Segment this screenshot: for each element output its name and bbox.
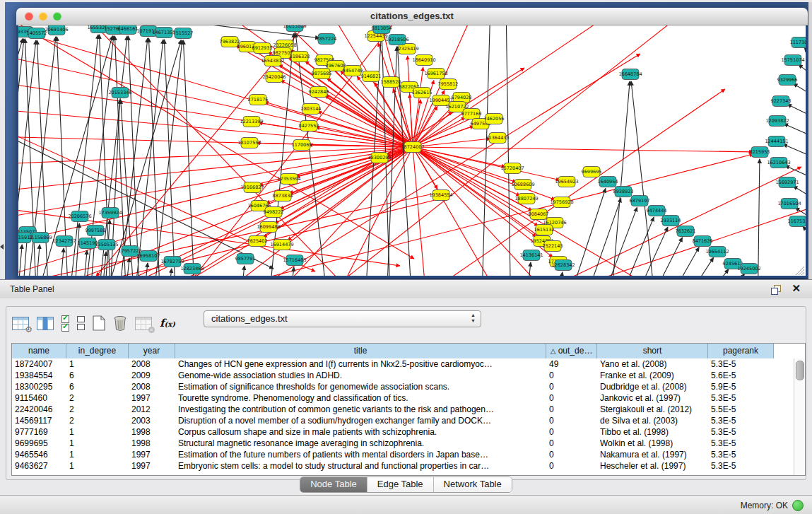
network-node-15720407[interactable]: 15720407 xyxy=(500,163,524,174)
citation-edge[interactable] xyxy=(799,64,806,76)
network-node-2933114[interactable]: 2933114 xyxy=(661,216,681,226)
network-node-1640954[interactable]: 1640954 xyxy=(598,177,618,187)
table-row[interactable]: 946362711997Embryonic stem cells: a mode… xyxy=(12,460,794,472)
network-node-9699695[interactable]: 9699695 xyxy=(582,167,602,177)
network-node-9875685[interactable]: 9875685 xyxy=(312,69,332,79)
citation-edge-red[interactable] xyxy=(325,95,413,147)
network-node-20206576[interactable]: 20206576 xyxy=(68,211,91,222)
network-node-6879197[interactable]: 6879197 xyxy=(630,196,650,206)
network-node-13505135[interactable]: 13505135 xyxy=(95,240,118,250)
network-node-20691406[interactable]: 20691406 xyxy=(45,25,68,35)
citation-edge[interactable] xyxy=(57,248,64,276)
table-scrollbar[interactable] xyxy=(794,358,805,475)
network-node-12628342[interactable]: 12628342 xyxy=(551,260,575,271)
citation-edge-red[interactable] xyxy=(413,147,428,276)
network-node-1615132[interactable]: 1615132 xyxy=(534,225,555,235)
network-node-23420046[interactable]: 23420046 xyxy=(262,72,286,83)
network-node-7462056[interactable]: 7462056 xyxy=(484,114,505,124)
citation-edge[interactable] xyxy=(81,250,87,276)
network-node-17016504[interactable]: 17016504 xyxy=(777,199,801,209)
close-panel-icon[interactable]: ✕ xyxy=(792,282,801,295)
network-node-8215953[interactable]: 8215953 xyxy=(750,147,770,158)
citation-edge[interactable] xyxy=(785,165,806,178)
citation-edge-red[interactable] xyxy=(18,76,413,147)
network-node-2803144[interactable]: 2803144 xyxy=(301,104,322,115)
network-node-16210643[interactable]: 16210643 xyxy=(767,158,790,168)
network-node-1362615[interactable]: 1362615 xyxy=(412,88,433,98)
network-node-8454749[interactable]: 8454749 xyxy=(343,66,363,76)
network-node-10688609[interactable]: 10688609 xyxy=(511,180,534,190)
citation-edge[interactable] xyxy=(758,159,760,276)
network-node-1588520[interactable]: 1588520 xyxy=(381,77,401,88)
network-node-19654923[interactable]: 19654923 xyxy=(555,177,578,187)
citation-edge[interactable] xyxy=(794,186,806,198)
row-height-button[interactable] xyxy=(77,316,85,330)
network-node-9857791[interactable]: 9857791 xyxy=(235,254,256,264)
network-node-15751074[interactable]: 15751074 xyxy=(781,55,804,66)
network-node-1170065[interactable]: 1170065 xyxy=(292,140,312,151)
network-node-20153346[interactable]: 20153346 xyxy=(108,88,131,98)
float-panel-icon[interactable] xyxy=(771,285,781,294)
citation-edge-red[interactable] xyxy=(413,147,517,182)
network-node-12213399[interactable]: 12213399 xyxy=(240,117,263,127)
network-view-window[interactable]: citations_edges.txt 18724007796382289601… xyxy=(16,8,808,278)
window-titlebar[interactable]: citations_edges.txt xyxy=(16,8,808,25)
network-node-18107553[interactable]: 18107553 xyxy=(237,138,261,148)
network-node-14136141[interactable]: 14136141 xyxy=(519,250,543,261)
column-header-short[interactable]: short xyxy=(597,344,708,358)
network-node-7857224[interactable]: 7857224 xyxy=(317,34,337,45)
network-node-10654112[interactable]: 10654112 xyxy=(705,247,729,257)
table-row[interactable]: 969969511998Structural magnetic resonanc… xyxy=(12,438,794,449)
network-node-16914479[interactable]: 16914479 xyxy=(270,240,293,250)
table-row[interactable]: 1938455462009Genome-wide association stu… xyxy=(12,370,794,381)
network-node-8938923[interactable]: 8938923 xyxy=(613,187,634,197)
citation-edge-red[interactable] xyxy=(18,47,413,147)
citation-edge-red[interactable] xyxy=(275,147,413,223)
network-node-8813054[interactable]: 8813054 xyxy=(372,25,392,34)
network-node-11156869[interactable]: 11156869 xyxy=(28,233,52,243)
network-node-1167533[interactable]: 1167533 xyxy=(788,216,806,227)
network-node-9498222[interactable]: 9498222 xyxy=(264,207,284,218)
citation-edge-red[interactable] xyxy=(18,197,447,276)
network-node-7515527[interactable]: 7515527 xyxy=(173,28,194,39)
citation-network-graph[interactable]: 1872400779638228960128891293323226058982… xyxy=(18,25,806,276)
network-node-19245002[interactable]: 19245002 xyxy=(737,264,760,274)
function-builder-button[interactable]: f(x) xyxy=(160,317,175,329)
network-node-1405572[interactable]: 1405572 xyxy=(27,28,47,39)
table-row[interactable]: 946554611997Estimation of the future num… xyxy=(12,449,794,460)
network-node-8873834[interactable]: 8873834 xyxy=(273,191,293,201)
network-node-6466161[interactable]: 6466161 xyxy=(118,25,139,35)
network-node-18807249[interactable]: 18807249 xyxy=(514,194,538,204)
citation-edge[interactable] xyxy=(594,207,637,276)
citation-edge[interactable] xyxy=(787,104,806,117)
citation-edge-red[interactable] xyxy=(18,117,315,271)
network-node-16543812[interactable]: 16543812 xyxy=(261,56,284,66)
canvas-resize-grip[interactable] xyxy=(796,267,804,275)
network-node-21364433[interactable]: 21364433 xyxy=(486,133,509,144)
panel-collapse-arrow-icon[interactable] xyxy=(0,244,4,250)
table-row[interactable]: 1872400712008Changes of HCN gene express… xyxy=(12,358,794,370)
citation-edge[interactable] xyxy=(556,272,563,276)
network-node-19166827[interactable]: 19166827 xyxy=(240,182,264,193)
network-node-9242848[interactable]: 9242848 xyxy=(309,87,329,98)
network-node-2522143[interactable]: 2522143 xyxy=(543,241,563,252)
network-node-9777169[interactable]: 9777169 xyxy=(461,109,482,119)
network-node-16961758[interactable]: 16961758 xyxy=(424,69,447,79)
citation-edge[interactable] xyxy=(783,144,806,157)
network-node-8427552[interactable]: 8427552 xyxy=(299,121,319,132)
table-selector-dropdown[interactable]: citations_edges.txt ▲▼ xyxy=(204,310,481,327)
network-node-16958107[interactable]: 16958107 xyxy=(136,251,160,262)
column-header-year[interactable]: year xyxy=(129,344,175,358)
citation-edge[interactable] xyxy=(803,226,806,237)
create-table-button[interactable] xyxy=(93,315,105,331)
network-node-7955812[interactable]: 7955812 xyxy=(438,79,459,90)
network-node-9146821[interactable]: 9146821 xyxy=(361,71,382,82)
citation-edge[interactable] xyxy=(804,48,806,58)
delete-column-button[interactable]: ✕ xyxy=(135,317,152,330)
network-node-18300295[interactable]: 18300295 xyxy=(367,153,391,163)
network-node-12093822[interactable]: 12093822 xyxy=(765,116,789,127)
citation-edge[interactable] xyxy=(524,262,531,276)
network-node-15716485[interactable]: 15716485 xyxy=(283,255,306,266)
citation-edge[interactable] xyxy=(687,269,729,276)
table-row[interactable]: 2242004622012Investigating the contribut… xyxy=(12,404,794,415)
